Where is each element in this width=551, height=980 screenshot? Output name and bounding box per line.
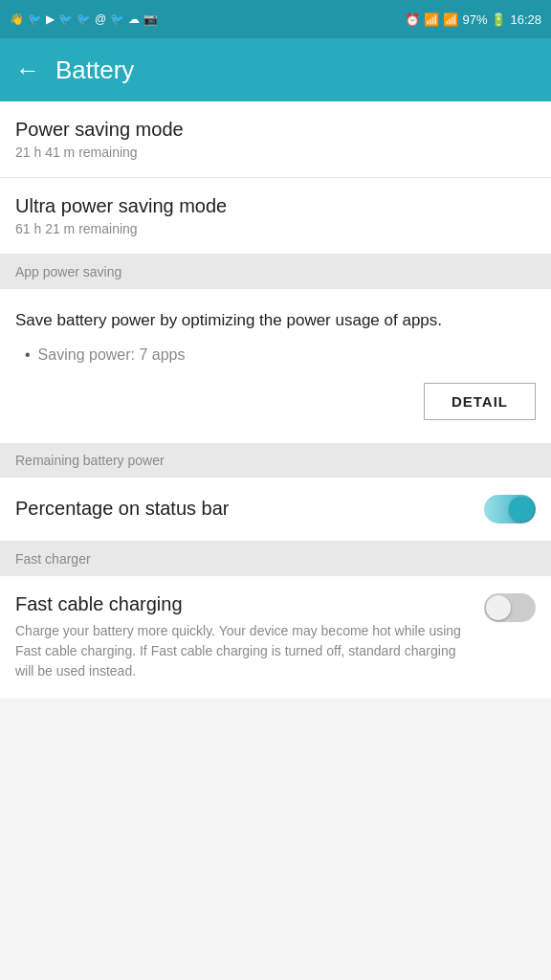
fast-cable-charging-toggle[interactable] [484, 593, 536, 622]
twitter-icon-1: 🐦 [28, 12, 42, 26]
twitter-icon-3: 🐦 [77, 12, 91, 26]
app-power-saving-section: Save battery power by optimizing the pow… [0, 289, 551, 443]
wifi-icon: 📶 [424, 12, 439, 27]
fast-charging-text-block: Fast cable charging Charge your battery … [15, 593, 469, 681]
fast-cable-charging-description: Charge your battery more quickly. Your d… [15, 621, 469, 681]
ultra-power-saving-subtitle: 61 h 21 m remaining [15, 221, 536, 236]
status-bar: 👋 🐦 ▶ 🐦 🐦 @ 🐦 ☁ 📷 ⏰ 📶 📶 97% 🔋 16:28 [0, 0, 551, 38]
bullet-icon: • [25, 346, 31, 364]
percentage-status-bar-toggle[interactable] [484, 495, 536, 523]
percentage-status-bar-label: Percentage on status bar [15, 498, 229, 520]
fast-charger-divider: Fast charger [0, 542, 551, 576]
saving-power-text: Saving power: 7 apps [38, 346, 186, 364]
cloud-icon: ☁ [128, 12, 140, 26]
youtube-icon: ▶ [46, 12, 55, 26]
fast-cable-charging-title: Fast cable charging [15, 593, 469, 615]
ultra-power-saving-title: Ultra power saving mode [15, 195, 536, 217]
clock: 16:28 [510, 12, 541, 27]
photo-icon: 📷 [143, 12, 158, 26]
percentage-status-bar-row[interactable]: Percentage on status bar [0, 478, 551, 542]
status-bar-left: 👋 🐦 ▶ 🐦 🐦 @ 🐦 ☁ 📷 [10, 12, 158, 26]
battery-icon: 🔋 [491, 12, 506, 27]
top-bar: ← Battery [0, 38, 551, 101]
alarm-icon: ⏰ [405, 12, 420, 27]
detail-button[interactable]: DETAIL [424, 383, 536, 420]
hi-icon: 👋 [10, 12, 24, 26]
power-saving-mode-title: Power saving mode [15, 119, 536, 141]
status-bar-right: ⏰ 📶 📶 97% 🔋 16:28 [405, 12, 541, 27]
app-power-saving-divider: App power saving [0, 255, 551, 289]
mention-icon: @ [95, 12, 106, 26]
detail-btn-row: DETAIL [15, 383, 536, 428]
app-power-saving-description: Save battery power by optimizing the pow… [15, 308, 536, 333]
battery-percent: 97% [462, 12, 487, 27]
power-saving-mode-subtitle: 21 h 41 m remaining [15, 145, 536, 160]
signal-icon: 📶 [443, 12, 458, 27]
remaining-battery-divider: Remaining battery power [0, 443, 551, 478]
page-title: Battery [55, 56, 134, 85]
back-button[interactable]: ← [15, 56, 40, 85]
power-saving-mode-item[interactable]: Power saving mode 21 h 41 m remaining [0, 101, 551, 178]
fast-cable-charging-item[interactable]: Fast cable charging Charge your battery … [0, 576, 551, 699]
ultra-power-saving-item[interactable]: Ultra power saving mode 61 h 21 m remain… [0, 178, 551, 255]
twitter-icon-4: 🐦 [110, 12, 124, 26]
twitter-icon-2: 🐦 [58, 12, 73, 26]
saving-power-row: • Saving power: 7 apps [15, 346, 536, 364]
